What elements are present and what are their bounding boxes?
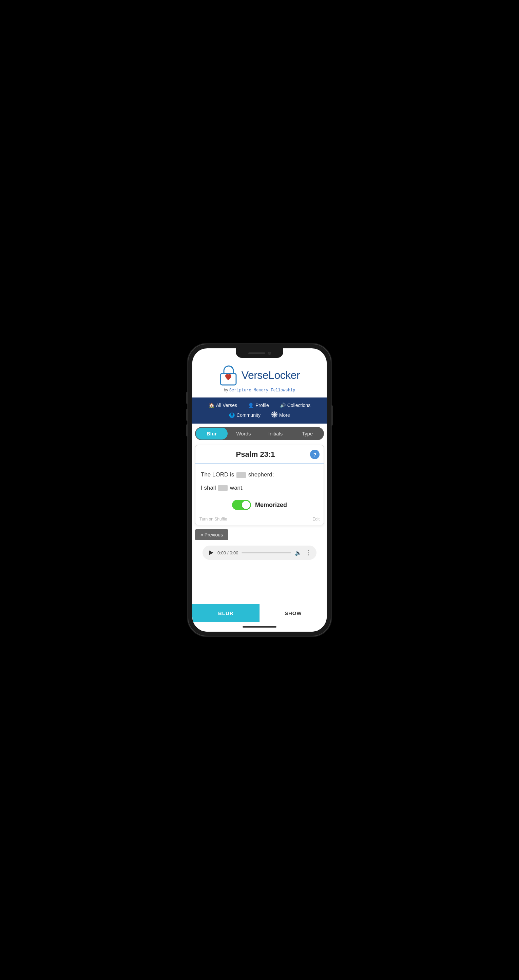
app-subtitle: by Scripture Memory Fellowship (199, 388, 320, 393)
verse-card: Psalm 23:1 ? The LORD is shepherd; I sha… (195, 445, 324, 525)
app-content: VerseLocker by Scripture Memory Fellowsh… (192, 348, 327, 632)
logo-area: VerseLocker (199, 364, 320, 386)
nav-profile-label: Profile (256, 402, 269, 408)
smf-link[interactable]: Scripture Memory Fellowship (229, 388, 295, 393)
app-logo (219, 364, 238, 386)
verse-text-line1: The LORD is shepherd; (201, 470, 318, 480)
verse-reference: Psalm 23:1 (236, 450, 275, 459)
verse-footer: Turn on Shuffle Edit (195, 515, 324, 525)
shuffle-link[interactable]: Turn on Shuffle (200, 517, 227, 522)
blur-word-not (218, 485, 228, 491)
memorized-label: Memorized (255, 501, 287, 509)
blur-word-my (236, 472, 246, 478)
app-header: VerseLocker by Scripture Memory Fellowsh… (192, 358, 327, 398)
tab-words[interactable]: Words (228, 428, 260, 439)
nav-collections[interactable]: 🔊 Collections (275, 401, 316, 410)
mode-tabs: Blur Words Initials Type (195, 427, 324, 440)
blur-action-button[interactable]: BLUR (192, 604, 260, 622)
memorized-row: Memorized (201, 496, 318, 513)
nav-row-1: 🏠 All Verses 👤 Profile 🔊 Collections (192, 401, 327, 410)
nav-more[interactable]: More (266, 410, 295, 420)
home-bar (243, 626, 276, 628)
edit-link[interactable]: Edit (312, 517, 319, 522)
nav-all-verses[interactable]: 🏠 All Verses (203, 401, 243, 410)
phone-screen: VerseLocker by Scripture Memory Fellowsh… (192, 348, 327, 632)
home-icon: 🏠 (209, 402, 214, 408)
time-display: 0:00 / 0:00 (217, 550, 238, 555)
spacer (192, 564, 327, 604)
nav-profile[interactable]: 👤 Profile (243, 401, 275, 410)
nav-collections-label: Collections (287, 402, 310, 408)
play-button[interactable] (208, 550, 214, 556)
nav-row-2: 🌐 Community (192, 410, 327, 420)
tab-blur[interactable]: Blur (196, 428, 228, 439)
community-icon: 🌐 (229, 412, 235, 418)
nav-more-label: More (279, 412, 290, 418)
nav-bar: 🏠 All Verses 👤 Profile 🔊 Collections 🌐 (192, 398, 327, 423)
app-title: VerseLocker (241, 369, 300, 382)
tab-initials[interactable]: Initials (260, 428, 291, 439)
audio-player: 0:00 / 0:00 🔈 ⋮ (203, 546, 316, 560)
help-button[interactable]: ? (310, 450, 319, 459)
verse-body: The LORD is shepherd; I shall want. Memo… (195, 464, 324, 515)
verse-header: Psalm 23:1 ? (195, 445, 324, 464)
phone-frame: VerseLocker by Scripture Memory Fellowsh… (188, 344, 331, 636)
more-nav-icon (271, 411, 278, 418)
nav-all-verses-label: All Verses (216, 402, 237, 408)
camera (268, 352, 271, 355)
nav-community[interactable]: 🌐 Community (224, 411, 266, 420)
memorized-toggle[interactable] (232, 500, 251, 510)
collections-icon: 🔊 (280, 402, 286, 408)
profile-icon: 👤 (248, 402, 254, 408)
previous-button[interactable]: « Previous (192, 528, 327, 541)
nav-community-label: Community (236, 412, 260, 418)
previous-label: « Previous (200, 532, 223, 538)
verse-text-line2: I shall want. (201, 483, 318, 493)
progress-bar[interactable] (241, 552, 291, 554)
notch (236, 348, 283, 358)
home-indicator (192, 622, 327, 632)
speaker (248, 352, 265, 354)
audio-more-icon[interactable]: ⋮ (305, 549, 311, 557)
show-action-button[interactable]: SHOW (260, 604, 327, 622)
play-icon (209, 550, 213, 555)
bottom-buttons: BLUR SHOW (192, 604, 327, 622)
previous-btn[interactable]: « Previous (195, 529, 228, 540)
tab-type[interactable]: Type (291, 428, 323, 439)
volume-icon[interactable]: 🔈 (295, 550, 302, 556)
